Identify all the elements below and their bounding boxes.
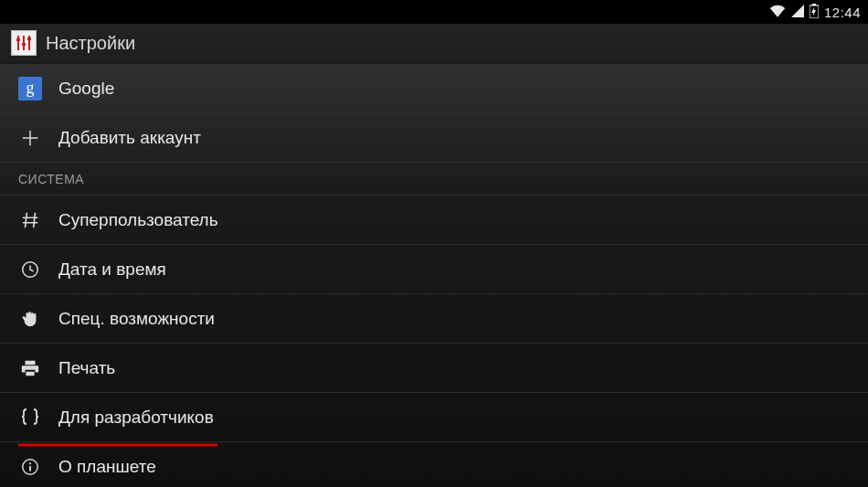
section-header-label: СИСТЕМА [18, 172, 84, 186]
svg-rect-7 [27, 37, 31, 40]
section-header-system: СИСТЕМА [0, 163, 868, 196]
list-item-label: Спец. возможности [58, 309, 215, 329]
list-item-add-account[interactable]: Добавить аккаунт [0, 113, 868, 163]
status-bar: 12:44 [0, 0, 868, 24]
list-item-label: Google [58, 79, 114, 99]
list-item-google[interactable]: g Google [0, 64, 868, 113]
list-item-superuser[interactable]: Суперпользователь [0, 196, 868, 245]
plus-icon [18, 126, 42, 150]
hash-icon [18, 208, 42, 232]
status-clock: 12:44 [824, 5, 861, 20]
app-header: Настройки [0, 24, 868, 64]
settings-app-icon [11, 30, 37, 56]
wifi-icon [769, 5, 786, 20]
list-item-developer[interactable]: Для разработчиков [0, 393, 868, 442]
battery-charging-icon [810, 4, 819, 21]
list-item-about[interactable]: О планшете [0, 442, 868, 487]
svg-rect-6 [22, 43, 26, 46]
list-item-label: Печать [58, 358, 115, 378]
list-item-label: Дата и время [58, 259, 166, 280]
list-item-label: Суперпользователь [58, 210, 218, 230]
list-item-label: Для разработчиков [58, 408, 214, 428]
list-item-print[interactable]: Печать [0, 344, 868, 393]
list-item-label: О планшете [58, 457, 156, 477]
printer-icon [18, 356, 42, 380]
signal-icon [791, 5, 804, 20]
list-item-label: Добавить аккаунт [58, 128, 201, 148]
svg-rect-1 [812, 4, 816, 5]
settings-list: g Google Добавить аккаунт СИСТЕМА Суперп… [0, 64, 868, 487]
info-icon [18, 455, 42, 479]
svg-rect-5 [16, 38, 20, 41]
google-icon: g [18, 77, 42, 101]
svg-rect-11 [29, 466, 31, 471]
list-item-accessibility[interactable]: Спец. возможности [0, 294, 868, 344]
svg-point-10 [29, 462, 31, 464]
braces-icon [18, 406, 42, 429]
hand-icon [18, 307, 42, 331]
app-title: Настройки [46, 33, 135, 54]
clock-icon [18, 258, 42, 281]
list-item-date-time[interactable]: Дата и время [0, 245, 868, 294]
